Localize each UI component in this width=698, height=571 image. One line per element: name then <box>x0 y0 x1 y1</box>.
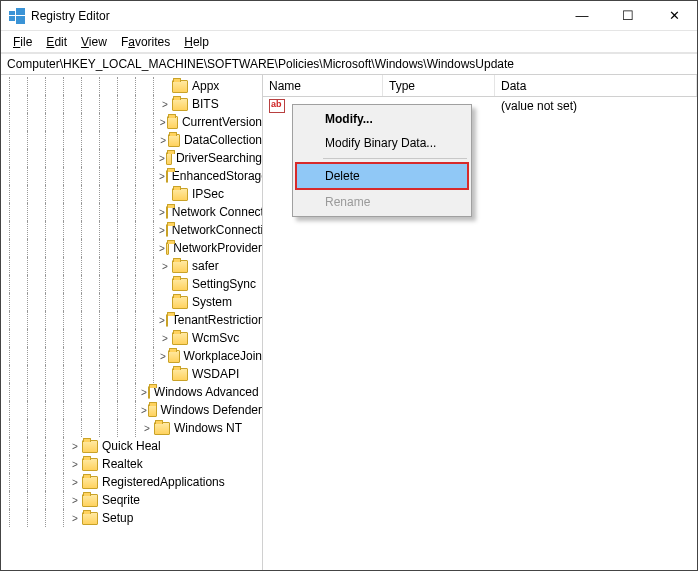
tree-item-label: NetworkProvider <box>172 241 262 255</box>
menu-help[interactable]: Help <box>178 33 215 51</box>
chevron-right-icon[interactable]: > <box>159 152 165 164</box>
folder-icon <box>82 512 98 525</box>
tree-item[interactable]: System <box>1 293 262 311</box>
tree-item-label: Setup <box>101 511 133 525</box>
tree-item-label: BITS <box>191 97 219 111</box>
no-expander <box>159 80 171 92</box>
tree-item[interactable]: WSDAPI <box>1 365 262 383</box>
chevron-right-icon[interactable]: > <box>159 332 171 344</box>
chevron-right-icon[interactable]: > <box>69 512 81 524</box>
registry-editor-window: Registry Editor — ☐ ✕ File Edit View Fav… <box>0 0 698 571</box>
tree-item-label: Windows Advanced Threat Protection <box>153 385 262 399</box>
ctx-delete[interactable]: Delete <box>295 162 469 190</box>
folder-icon <box>166 170 168 183</box>
chevron-right-icon[interactable]: > <box>159 242 165 254</box>
col-name[interactable]: Name <box>263 75 383 96</box>
tree-item[interactable]: >Windows Advanced Threat Protection <box>1 383 262 401</box>
chevron-right-icon[interactable]: > <box>159 314 165 326</box>
ctx-modify[interactable]: Modify... <box>295 107 469 131</box>
col-data[interactable]: Data <box>495 75 697 96</box>
folder-icon <box>168 350 179 363</box>
tree-item[interactable]: >Network Connections <box>1 203 262 221</box>
chevron-right-icon[interactable]: > <box>141 404 147 416</box>
menu-view[interactable]: View <box>75 33 113 51</box>
folder-icon <box>154 422 170 435</box>
folder-icon <box>82 494 98 507</box>
tree-pane[interactable]: Appx>BITS>CurrentVersion>DataCollection>… <box>1 75 263 570</box>
chevron-right-icon[interactable]: > <box>159 116 166 128</box>
chevron-right-icon[interactable]: > <box>141 422 153 434</box>
folder-icon <box>172 368 188 381</box>
tree-item[interactable]: >RegisteredApplications <box>1 473 262 491</box>
chevron-right-icon[interactable]: > <box>69 440 81 452</box>
tree-item[interactable]: >NetworkProvider <box>1 239 262 257</box>
ctx-rename[interactable]: Rename <box>295 190 469 214</box>
menu-favorites[interactable]: Favorites <box>115 33 176 51</box>
chevron-right-icon[interactable]: > <box>69 494 81 506</box>
folder-icon <box>172 188 188 201</box>
list-header: Name Type Data <box>263 75 697 97</box>
col-type[interactable]: Type <box>383 75 495 96</box>
folder-icon <box>168 134 180 147</box>
no-expander <box>159 368 171 380</box>
menu-edit[interactable]: Edit <box>40 33 73 51</box>
context-menu: Modify... Modify Binary Data... Delete R… <box>292 104 472 217</box>
tree-item[interactable]: >WcmSvc <box>1 329 262 347</box>
chevron-right-icon[interactable]: > <box>159 98 171 110</box>
titlebar[interactable]: Registry Editor — ☐ ✕ <box>1 1 697 31</box>
svg-rect-2 <box>9 16 15 21</box>
folder-icon <box>166 206 168 219</box>
close-button[interactable]: ✕ <box>651 1 697 30</box>
tree-item[interactable]: >CurrentVersion <box>1 113 262 131</box>
tree-item[interactable]: >NetworkConnectivityStatusIndicator <box>1 221 262 239</box>
tree-item-label: WcmSvc <box>191 331 239 345</box>
menu-file[interactable]: File <box>7 33 38 51</box>
tree-item[interactable]: Appx <box>1 77 262 95</box>
folder-icon <box>148 404 157 417</box>
tree-item[interactable]: >WorkplaceJoin <box>1 347 262 365</box>
tree-item[interactable]: >safer <box>1 257 262 275</box>
tree-item[interactable]: >Seqrite <box>1 491 262 509</box>
folder-icon <box>172 80 188 93</box>
tree-item-label: DataCollection <box>183 133 262 147</box>
tree-item-label: Realtek <box>101 457 143 471</box>
folder-icon <box>172 332 188 345</box>
chevron-right-icon[interactable]: > <box>159 206 165 218</box>
tree-item[interactable]: SettingSync <box>1 275 262 293</box>
folder-icon <box>172 98 188 111</box>
folder-icon <box>172 278 188 291</box>
tree-item-label: Windows NT <box>173 421 242 435</box>
folder-icon <box>148 386 150 399</box>
chevron-right-icon[interactable]: > <box>69 458 81 470</box>
chevron-right-icon[interactable]: > <box>159 134 167 146</box>
tree-item[interactable]: >TenantRestrictions <box>1 311 262 329</box>
tree-item[interactable]: >Setup <box>1 509 262 527</box>
folder-icon <box>172 260 188 273</box>
tree-item-label: IPSec <box>191 187 224 201</box>
list-pane[interactable]: Name Type Data (value not set) Modify...… <box>263 75 697 570</box>
chevron-right-icon[interactable]: > <box>159 350 167 362</box>
tree-item[interactable]: >Windows NT <box>1 419 262 437</box>
tree-item[interactable]: >EnhancedStorageDevices <box>1 167 262 185</box>
chevron-right-icon[interactable]: > <box>141 386 147 398</box>
tree-item[interactable]: >Windows Defender <box>1 401 262 419</box>
folder-icon <box>82 476 98 489</box>
tree-item-label: Quick Heal <box>101 439 161 453</box>
tree-item[interactable]: IPSec <box>1 185 262 203</box>
maximize-button[interactable]: ☐ <box>605 1 651 30</box>
minimize-button[interactable]: — <box>559 1 605 30</box>
tree-item-label: Windows Defender <box>160 403 262 417</box>
chevron-right-icon[interactable]: > <box>69 476 81 488</box>
chevron-right-icon[interactable]: > <box>159 260 171 272</box>
ctx-modify-binary[interactable]: Modify Binary Data... <box>295 131 469 155</box>
tree-item[interactable]: >Realtek <box>1 455 262 473</box>
chevron-right-icon[interactable]: > <box>159 170 165 182</box>
tree-item[interactable]: >DataCollection <box>1 131 262 149</box>
no-expander <box>159 188 171 200</box>
folder-icon <box>82 458 98 471</box>
tree-item[interactable]: >DriverSearching <box>1 149 262 167</box>
chevron-right-icon[interactable]: > <box>159 224 165 236</box>
address-bar[interactable]: Computer\HKEY_LOCAL_MACHINE\SOFTWARE\Pol… <box>1 53 697 75</box>
tree-item[interactable]: >BITS <box>1 95 262 113</box>
tree-item[interactable]: >Quick Heal <box>1 437 262 455</box>
